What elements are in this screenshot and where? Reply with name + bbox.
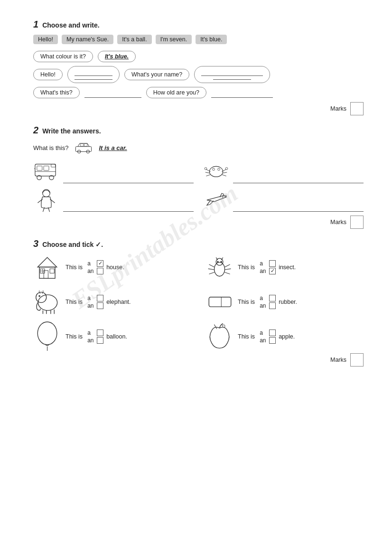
q2-answer-line-bus[interactable] [63,173,194,183]
crab-icon [203,160,229,183]
q3-word-rubber: rubber. [279,299,297,305]
q3-choices-rubber: a an [260,295,276,309]
q3-choice-an-balloon: an [87,337,103,344]
checkbox-a-apple[interactable] [269,329,276,336]
q3-choice-a-rubber: a [260,295,276,301]
svg-marker-29 [37,257,56,267]
marks-label-1: Marks [330,105,346,112]
marks-label-3: Marks [330,357,346,363]
word-chip-2: It's a ball. [117,35,151,44]
balloon-icon [33,323,62,349]
q2-item-doll [33,188,194,212]
section-3-number: 3 [33,238,38,249]
svg-point-49 [36,292,46,302]
q3-choice-a-elephant: a [87,295,103,301]
word-chip-0: Hello! [33,35,58,44]
marks-label-2: Marks [330,219,346,226]
word-chip-4: It's blue. [196,35,227,44]
answer-line-4[interactable] [84,87,141,98]
q2-intro-label: What is this? [33,144,68,151]
question-bubble-3: What's your name? [124,69,189,80]
q3-choice-an-elephant: an [87,302,103,309]
answer-blank-3[interactable] [194,66,270,83]
svg-line-21 [222,175,226,176]
svg-point-15 [218,168,220,170]
svg-rect-7 [44,166,49,170]
question-bubble-4: What's this? [33,87,80,98]
svg-line-41 [208,269,215,270]
checkbox-a-elephant[interactable] [97,295,103,301]
q3-grid: This is a ✓ an house. [33,254,364,349]
checkbox-a-house[interactable]: ✓ [97,260,103,267]
checkbox-a-insect[interactable] [269,260,276,267]
checkbox-a-balloon[interactable] [97,329,103,336]
this-is-insect: This is [238,264,255,271]
section-2: 2 Write the answers. What is this? It is… [33,125,364,229]
svg-rect-33 [50,269,54,273]
section-2-title: Write the answers. [42,127,101,135]
svg-point-22 [205,168,207,170]
marks-box-3[interactable] [350,353,364,367]
q3-choice-an-house: an [87,268,103,274]
insect-icon [205,254,234,280]
checkbox-an-rubber[interactable] [269,302,276,309]
svg-line-43 [225,264,230,267]
q3-choices-insect: a an ✓ [260,260,276,274]
q2-items-grid [33,160,364,212]
section-1-number: 1 [33,19,38,30]
apple-icon [205,323,234,349]
q3-item-house: This is a ✓ an house. [33,254,191,280]
q3-item-apple: This is a an apple. [205,323,364,349]
svg-line-26 [50,199,55,203]
section-3: 3 Choose and tick ✓. [33,238,364,367]
svg-line-18 [206,175,210,176]
svg-rect-0 [76,147,92,152]
q3-choices-house: a ✓ an [87,260,103,274]
marks-box-2[interactable] [350,216,364,229]
checkbox-an-apple[interactable] [269,337,276,344]
checkbox-an-elephant[interactable] [97,302,103,309]
q2-answer-line-crab[interactable] [233,173,364,183]
q2-item-crab [203,160,364,183]
question-bubble-1: What colour is it? [33,51,93,62]
marks-box-1[interactable] [350,102,364,115]
car-icon [74,141,93,155]
section-3-title: Choose and tick ✓. [42,241,103,248]
q3-word-apple: apple. [279,333,295,340]
svg-point-24 [43,189,50,197]
dialog-row-3: What's this? How old are you? [33,87,364,98]
q3-item-insect: This is a an ✓ insect. [205,254,364,280]
this-is-apple: This is [238,333,255,340]
svg-line-45 [225,273,230,274]
svg-point-36 [215,262,225,276]
this-is-house: This is [65,264,83,271]
q2-item-plane [203,188,364,212]
q2-answer-line-doll[interactable] [63,201,194,212]
word-chip-1: My name's Sue. [62,35,113,44]
checkbox-an-balloon[interactable] [97,337,103,344]
q2-answer-line-plane[interactable] [233,201,364,212]
svg-rect-3 [81,144,84,146]
q3-choice-an-insect: an ✓ [260,268,276,274]
checkbox-an-insect[interactable]: ✓ [269,268,276,274]
q3-word-elephant: elephant. [106,299,131,305]
svg-rect-6 [37,166,42,170]
q3-choice-a-house: a ✓ [87,260,103,267]
house-icon [33,254,62,280]
svg-line-44 [225,269,231,270]
elephant-icon [33,289,62,315]
svg-line-42 [209,273,215,274]
answer-blank-2[interactable] [67,66,120,83]
rubber-icon [205,289,234,315]
checkbox-a-rubber[interactable] [269,295,276,301]
svg-line-25 [37,199,42,203]
q3-choice-a-insect: a [260,260,276,267]
q3-choices-balloon: a an [87,329,103,344]
this-is-elephant: This is [65,299,83,305]
q3-choice-a-balloon: a [87,329,103,336]
bus-icon [33,160,59,183]
section-1-title: Choose and write. [42,21,100,29]
checkbox-an-house[interactable] [97,268,103,274]
q3-choice-a-apple: a [260,329,276,336]
answer-line-5[interactable] [211,87,273,98]
